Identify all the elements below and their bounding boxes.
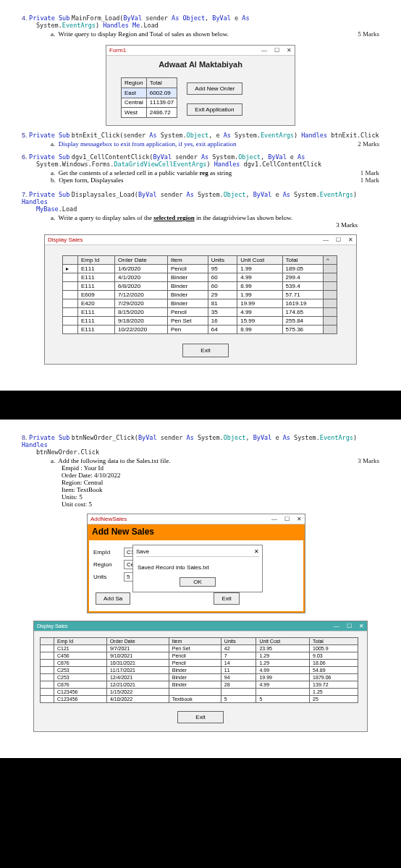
q8-data-list: Empid : Your IdOrder Date: 4/10/2022Regi… [62, 464, 379, 508]
min-icon[interactable]: — [334, 623, 339, 629]
close-icon[interactable]: ✕ [287, 47, 292, 54]
q4-marks: 5 Marks [358, 30, 379, 38]
min-icon[interactable]: — [261, 47, 267, 54]
q5: 5. Private Sub btnExit_Click(sender As S… [22, 132, 379, 139]
save-messagebox: Save✕ Saved Record into Sales.txt OK [132, 545, 263, 592]
add-sales-button[interactable]: Add Sa [96, 592, 130, 605]
sales-table: Emp IdOrder DateItemUnitsUnit CostTotal^… [62, 255, 337, 334]
exit-button[interactable]: Exit [182, 344, 228, 357]
q4: 4. Private Sub MainForm_Load(ByVal sende… [22, 14, 379, 29]
sales-table-2: Emp IdOrder DateItemUnitsUnit CostTotalC… [40, 637, 358, 703]
exit-button[interactable]: Exit [214, 592, 239, 605]
exit-button[interactable]: Exit [177, 711, 223, 723]
sheet-1: 4. Private Sub MainForm_Load(ByVal sende… [0, 0, 401, 391]
add-new-order-button[interactable]: Add New Order [187, 82, 242, 95]
add-sales-window: AddNewSales —☐✕ Add New Sales EmpIdC1234… [87, 514, 305, 613]
exit-application-button[interactable]: Exit Application [187, 103, 242, 116]
max-icon[interactable]: ☐ [347, 623, 352, 629]
q5-a: a. Display messagebox to exit from appli… [51, 140, 379, 148]
region-table: RegionTotal East6002.09 Central11139.07 … [121, 77, 177, 118]
q8: 8. Private Sub btnNewOrder_Click(ByVal s… [22, 434, 379, 456]
close-icon[interactable]: ✕ [348, 237, 353, 243]
display-sales-title: Display Sales [48, 237, 83, 243]
adwaat-window: Form1 —☐✕ Adwaat Al Maktabiyah RegionTot… [106, 45, 295, 126]
max-icon[interactable]: ☐ [274, 47, 279, 54]
titlebar: Form1 —☐✕ [106, 46, 295, 56]
min-icon[interactable]: — [271, 516, 277, 522]
max-icon[interactable]: ☐ [284, 516, 290, 522]
display-sales-window: Display Sales —☐✕ Emp IdOrder DateItemUn… [44, 234, 357, 365]
sheet-2: 8. Private Sub btnNewOrder_Click(ByVal s… [0, 420, 401, 758]
window-heading: Adwaat Al Maktabiyah [106, 56, 295, 73]
form1-title: Form1 [109, 47, 126, 54]
q6: 6. Private Sub dgv1_CellContentClick(ByV… [22, 153, 379, 168]
q7: 7. Private Sub Displaysales_Load(ByVal s… [22, 191, 379, 213]
max-icon[interactable]: ☐ [336, 237, 341, 243]
ok-button[interactable]: OK [180, 577, 216, 587]
close-icon[interactable]: ✕ [254, 548, 259, 555]
close-icon[interactable]: ✕ [297, 516, 302, 522]
q4-num: 4. [22, 14, 28, 22]
q4-a: a. Write query to display Region and Tot… [51, 30, 379, 38]
display-sales-window-2: Display Sales —☐✕ Emp IdOrder DateItemUn… [33, 621, 368, 732]
close-icon[interactable]: ✕ [359, 623, 364, 629]
min-icon[interactable]: — [323, 237, 329, 243]
add-sales-heading: Add New Sales [88, 524, 305, 539]
